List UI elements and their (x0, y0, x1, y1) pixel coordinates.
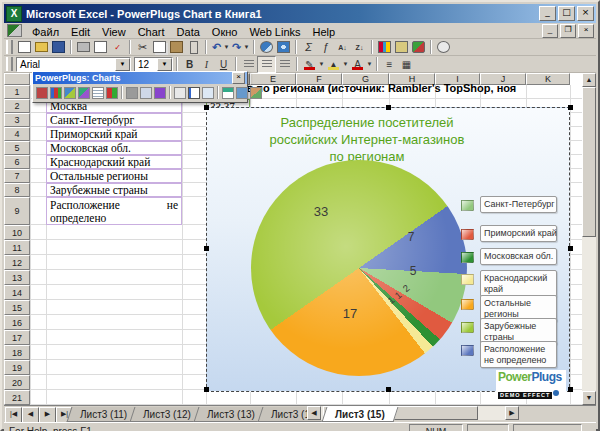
redo-icon[interactable]: ↷ (230, 40, 243, 55)
chart-selection-handle[interactable] (204, 105, 209, 110)
line-style-button[interactable]: ≡ (381, 57, 398, 72)
menu-окно[interactable]: Окно (206, 25, 244, 39)
chart-selection-handle[interactable] (568, 246, 573, 251)
undo-icon[interactable]: ↶ (210, 40, 223, 55)
row-header-17[interactable]: 17 (4, 330, 30, 345)
row-header-8[interactable]: 8 (4, 183, 30, 197)
paste-icon[interactable] (168, 40, 185, 55)
open-icon[interactable] (33, 40, 50, 55)
bold-button[interactable]: B (181, 57, 198, 72)
3d-pie-chart-icon[interactable] (78, 87, 90, 99)
row-header-10[interactable]: 10 (4, 225, 30, 240)
row-header-20[interactable]: 20 (4, 375, 30, 390)
web-icon[interactable] (275, 40, 292, 55)
chevron-down-icon[interactable]: ▼ (318, 61, 325, 67)
legend-item[interactable]: Краснодарский край (480, 270, 557, 297)
row-header-19[interactable]: 19 (4, 360, 30, 375)
row-header-9[interactable]: 9 (4, 197, 30, 225)
chart-selection-handle[interactable] (568, 105, 573, 110)
spreadsheet-grid[interactable]: DEFGHIJK 1234567891011121314151617181920… (4, 73, 586, 405)
data-grid-icon[interactable] (92, 87, 104, 99)
bar-chart-icon[interactable] (50, 87, 62, 99)
shape-blob-icon[interactable] (126, 87, 138, 99)
row-header-16[interactable]: 16 (4, 315, 30, 330)
align-left-button[interactable] (240, 57, 257, 72)
row-header-6[interactable]: 6 (4, 155, 30, 169)
chevron-down-icon[interactable]: ▼ (366, 61, 373, 67)
legend-item[interactable]: Санкт-Петербург (480, 196, 557, 213)
menu-файл[interactable]: Файл (26, 25, 65, 39)
title-bar[interactable]: X Microsoft Excel - PowerPlugs Chart в К… (4, 4, 596, 23)
borders-button[interactable]: ▦ (398, 57, 415, 72)
sheet-tab-Лист315[interactable]: Лист3 (15) (321, 407, 398, 422)
row-header-4[interactable]: 4 (4, 127, 30, 141)
row-header-1[interactable]: 1 (4, 85, 30, 99)
tab-next-button[interactable]: ▶ (39, 407, 56, 423)
table-green-icon[interactable] (222, 87, 234, 99)
close-icon[interactable]: × (232, 72, 245, 84)
menu-edit[interactable]: Edit (65, 25, 96, 39)
chevron-down-icon[interactable]: ▼ (223, 44, 230, 50)
cell-region-name[interactable]: Краснодарский край (46, 155, 182, 169)
row-header-21[interactable]: 21 (4, 390, 30, 405)
cell-region-name[interactable]: Расположениенеопределено (46, 197, 182, 225)
row-header-11[interactable]: 11 (4, 240, 30, 255)
doc-close-button[interactable]: × (578, 24, 594, 38)
vertical-scroll-thumb[interactable] (582, 87, 596, 237)
close-button[interactable]: × (577, 6, 594, 21)
scroll-up-icon[interactable]: ▲ (582, 73, 596, 87)
tab-first-button[interactable]: |◀ (5, 407, 22, 423)
powerplugs-toolbar-titlebar[interactable]: PowerPlugs: Charts × (33, 72, 247, 84)
legend-item[interactable]: Московская обл. (480, 248, 557, 265)
layout-chart-right-icon[interactable] (202, 87, 214, 99)
chevron-down-icon[interactable]: ▼ (342, 61, 349, 67)
underline-button[interactable]: U (215, 57, 232, 72)
tab-prev-button[interactable]: ◀ (22, 407, 39, 423)
layout-chart-left-icon[interactable] (188, 87, 200, 99)
save-icon[interactable] (50, 40, 67, 55)
vertical-scrollbar[interactable]: ▲ ▼ (582, 73, 596, 405)
spell-colors-icon[interactable] (106, 87, 118, 99)
scroll-right-icon[interactable]: ▶ (505, 406, 519, 420)
row-header-3[interactable]: 3 (4, 113, 30, 127)
minimize-button[interactable]: _ (539, 6, 556, 21)
select-all-corner[interactable] (4, 73, 30, 85)
chart-selection-handle[interactable] (568, 387, 573, 392)
painter-icon[interactable] (185, 40, 202, 55)
chart-selection-handle[interactable] (204, 387, 209, 392)
chart-selection-handle[interactable] (386, 387, 391, 392)
shape-purple-icon[interactable] (154, 87, 166, 99)
sort-asc-icon[interactable]: A↓ (334, 40, 351, 55)
cell-region-name[interactable]: Санкт-Петербург (46, 113, 182, 127)
row-header-13[interactable]: 13 (4, 270, 30, 285)
layout-plain-icon[interactable] (174, 87, 186, 99)
row-header-7[interactable]: 7 (4, 169, 30, 183)
menu-view[interactable]: View (96, 25, 132, 39)
font-size-combo[interactable]: 12 ▼ (134, 57, 173, 72)
doc-minimize-button[interactable]: _ (542, 24, 558, 38)
cell-region-name[interactable]: Остальные регионы (46, 169, 182, 183)
callout-icon[interactable] (140, 87, 152, 99)
font-name-combo[interactable]: Arial ▼ (16, 57, 131, 72)
insert-chart-icon[interactable] (36, 87, 48, 99)
row-header-5[interactable]: 5 (4, 141, 30, 155)
chart-selection-handle[interactable] (386, 105, 391, 110)
preview-icon[interactable] (92, 40, 109, 55)
menu-help[interactable]: Help (307, 25, 342, 39)
hyperlink-icon[interactable] (258, 40, 275, 55)
chart-object[interactable]: Распределение посетителей российских Инт… (206, 107, 570, 392)
toolbar-grip[interactable] (6, 40, 13, 54)
row-header-12[interactable]: 12 (4, 255, 30, 270)
row-header-18[interactable]: 18 (4, 345, 30, 360)
powerplugs-toolbar[interactable]: PowerPlugs: Charts × (32, 71, 248, 103)
3d-bar-chart-icon[interactable] (64, 87, 76, 99)
row-header-15[interactable]: 15 (4, 300, 30, 315)
draw-icon[interactable] (410, 40, 427, 55)
chevron-down-icon[interactable]: ▼ (243, 44, 250, 50)
new-icon[interactable] (16, 40, 33, 55)
print-icon[interactable] (75, 40, 92, 55)
fill-color-button[interactable]: ▲ (325, 57, 342, 72)
chevron-down-icon[interactable]: ▼ (157, 58, 172, 71)
chart-selection-handle[interactable] (204, 246, 209, 251)
legend-item[interactable]: Приморский край (480, 225, 557, 242)
